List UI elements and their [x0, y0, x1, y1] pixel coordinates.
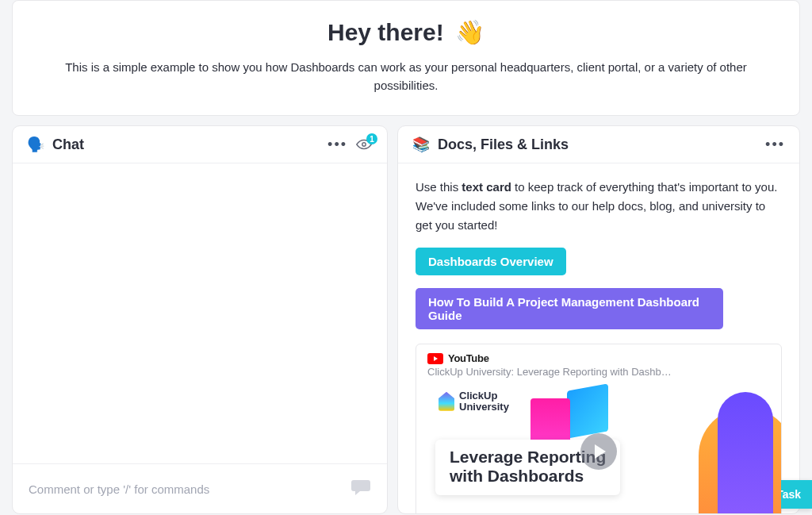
chat-watchers-button[interactable]: 1 — [355, 138, 373, 151]
docs-widget-header: 📚 Docs, Files & Links ••• — [398, 126, 799, 163]
wave-emoji-icon: 👋 — [455, 19, 485, 45]
thumb-shape-blue — [567, 383, 608, 438]
hero-title-text: Hey there! — [327, 19, 444, 45]
clickup-logo-icon — [439, 392, 454, 411]
brand-line1: ClickUp — [459, 390, 509, 402]
video-title: ClickUp University: Leverage Reporting w… — [427, 366, 673, 378]
thumb-shape-purple — [718, 392, 773, 513]
chat-body — [13, 163, 387, 463]
dashboards-overview-link[interactable]: Dashboards Overview — [416, 248, 566, 275]
watchers-count-badge: 1 — [366, 133, 377, 144]
video-platform-label: YouTube — [448, 352, 489, 364]
docs-more-menu[interactable]: ••• — [765, 137, 785, 152]
chat-input-row — [13, 463, 387, 513]
books-icon: 📚 — [412, 136, 430, 153]
chat-bubble-icon[interactable] — [350, 478, 371, 499]
hero-card: Hey there! 👋 This is a simple example to… — [12, 0, 800, 116]
docs-intro-text: Use this text card to keep track of ever… — [416, 178, 782, 235]
chat-widget-title: Chat — [52, 136, 320, 153]
chat-widget: 🗣️ Chat ••• 1 — [12, 125, 388, 514]
video-embed-card[interactable]: YouTube ClickUp University: Leverage Rep… — [416, 344, 782, 513]
play-icon[interactable] — [580, 433, 617, 470]
svg-point-0 — [362, 143, 366, 146]
hero-title: Hey there! 👋 — [44, 18, 768, 46]
docs-widget: 📚 Docs, Files & Links ••• Use this text … — [397, 125, 800, 514]
chat-comment-input[interactable] — [29, 482, 341, 496]
video-thumbnail: ClickUp University Leverage Reporting wi… — [427, 384, 770, 513]
pm-dashboard-guide-link[interactable]: How To Build A Project Management Dashbo… — [416, 288, 723, 329]
chat-widget-header: 🗣️ Chat ••• 1 — [13, 126, 387, 163]
video-platform-row: YouTube — [427, 352, 770, 364]
brand-line2: University — [459, 402, 509, 413]
docs-body: Use this text card to keep track of ever… — [398, 163, 799, 513]
docs-intro-prefix: Use this — [416, 180, 462, 194]
clickup-brand-text: ClickUp University — [459, 390, 509, 412]
youtube-icon — [427, 353, 443, 364]
overlay-line2: with Dashboards — [450, 467, 606, 486]
hero-subtitle: This is a simple example to show you how… — [57, 59, 755, 94]
chat-more-menu[interactable]: ••• — [327, 137, 347, 152]
speaking-head-icon: 🗣️ — [27, 136, 44, 153]
docs-widget-title: Docs, Files & Links — [438, 136, 757, 153]
clickup-brand: ClickUp University — [439, 390, 509, 412]
docs-intro-bold: text card — [462, 180, 511, 194]
